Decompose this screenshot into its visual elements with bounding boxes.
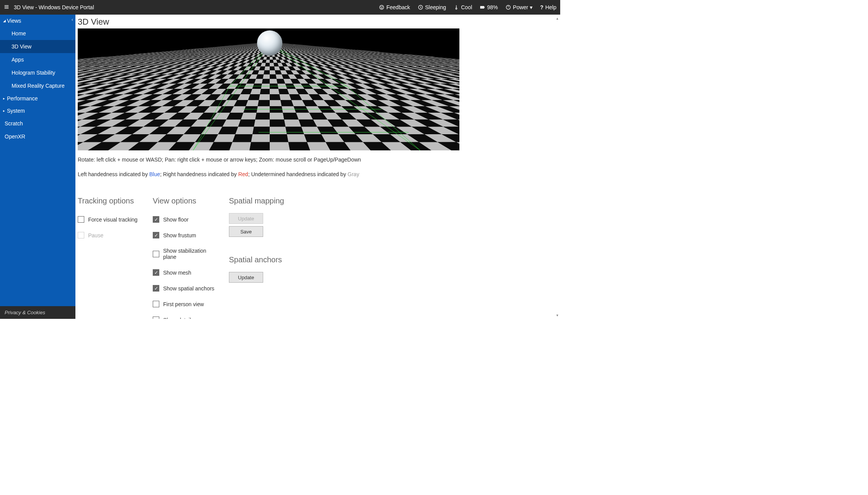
spatial-anchors-title: Spatial anchors bbox=[229, 255, 294, 264]
instructions-text: Rotate: left click + mouse or WASD; Pan:… bbox=[78, 157, 558, 163]
show-spatial-anchors-checkbox[interactable]: Show spatial anchors bbox=[153, 285, 217, 292]
handedness-legend: Left handedness indicated by Blue; Right… bbox=[78, 171, 558, 177]
privacy-cookies-link[interactable]: Privacy & Cookies bbox=[0, 306, 75, 319]
first-person-view-checkbox[interactable]: First person view bbox=[153, 301, 217, 307]
show-mesh-checkbox[interactable]: Show mesh bbox=[153, 269, 217, 276]
nav-item-hologram-stability[interactable]: Hologram Stability bbox=[0, 66, 75, 79]
feedback-button[interactable]: Feedback bbox=[379, 4, 410, 10]
view-options-title: View options bbox=[153, 197, 217, 205]
svg-rect-7 bbox=[481, 7, 484, 8]
spatial-mapping-save-button[interactable]: Save bbox=[229, 226, 263, 237]
svg-point-4 bbox=[456, 8, 457, 10]
battery-status[interactable]: 98% bbox=[480, 4, 498, 10]
tracking-options-title: Tracking options bbox=[78, 197, 141, 205]
checkbox-checked-icon bbox=[153, 285, 159, 292]
sidebar-collapse-icon[interactable]: ‹ bbox=[72, 17, 73, 22]
thermometer-icon bbox=[454, 5, 459, 10]
history-icon bbox=[418, 5, 423, 10]
show-details-checkbox[interactable]: Show details bbox=[153, 317, 217, 319]
caret-right-icon: ▸ bbox=[3, 109, 6, 113]
spatial-anchors-update-button[interactable]: Update bbox=[229, 272, 263, 283]
nav-item-3d-view[interactable]: 3D View bbox=[0, 40, 75, 53]
nav-section-views[interactable]: ◢ Views bbox=[0, 15, 75, 27]
smiley-icon bbox=[379, 5, 384, 10]
svg-point-2 bbox=[382, 7, 383, 7]
temperature-status[interactable]: Cool bbox=[454, 4, 472, 10]
nav-item-openxr[interactable]: OpenXR bbox=[0, 130, 75, 143]
nav-section-performance[interactable]: ▸ Performance bbox=[0, 92, 75, 105]
gray-label: Gray bbox=[347, 171, 359, 177]
checkbox-icon bbox=[78, 216, 84, 223]
nav-item-home[interactable]: Home bbox=[0, 27, 75, 40]
sidebar: ‹ ◢ Views Home 3D View Apps Hologram Sta… bbox=[0, 15, 75, 319]
svg-point-1 bbox=[381, 7, 381, 7]
checkbox-checked-icon bbox=[153, 269, 159, 276]
nav-section-system[interactable]: ▸ System bbox=[0, 105, 75, 117]
spatial-mapping-title: Spatial mapping bbox=[229, 197, 294, 205]
checkbox-checked-icon bbox=[153, 216, 159, 223]
checkbox-icon bbox=[153, 317, 159, 319]
svg-point-0 bbox=[380, 5, 384, 10]
power-menu[interactable]: Power ▾ bbox=[506, 4, 532, 10]
checkbox-icon bbox=[78, 232, 84, 238]
nav-item-scratch[interactable]: Scratch bbox=[0, 117, 75, 130]
question-icon: ? bbox=[540, 4, 544, 10]
app-title: 3D View - Windows Device Portal bbox=[14, 4, 94, 10]
checkbox-icon bbox=[153, 251, 159, 257]
nav-item-apps[interactable]: Apps bbox=[0, 53, 75, 66]
spatial-mapping-update-button: Update bbox=[229, 213, 263, 224]
hamburger-icon[interactable] bbox=[4, 4, 9, 11]
pause-checkbox[interactable]: Pause bbox=[78, 232, 141, 238]
scrollbar[interactable]: ▴ ▾ bbox=[554, 15, 560, 319]
battery-icon bbox=[480, 5, 485, 10]
sleeping-status[interactable]: Sleeping bbox=[418, 4, 446, 10]
spatial-column: Spatial mapping Update Save Spatial anch… bbox=[229, 197, 294, 319]
page-title: 3D View bbox=[78, 17, 558, 27]
top-bar: 3D View - Windows Device Portal Feedback… bbox=[0, 0, 560, 15]
force-visual-tracking-checkbox[interactable]: Force visual tracking bbox=[78, 216, 141, 223]
scroll-up-icon: ▴ bbox=[556, 16, 558, 20]
caret-down-icon: ◢ bbox=[3, 19, 6, 23]
main-content: 3D View Rotate: left click + mouse or WA… bbox=[75, 15, 560, 319]
origin-sphere bbox=[257, 30, 282, 56]
blue-label: Blue bbox=[149, 171, 160, 177]
scroll-down-icon: ▾ bbox=[556, 313, 558, 317]
checkbox-icon bbox=[153, 301, 159, 307]
view-options-column: View options Show floor Show frustum Sho… bbox=[153, 197, 217, 319]
show-floor-checkbox[interactable]: Show floor bbox=[153, 216, 217, 223]
3d-viewport[interactable] bbox=[78, 28, 459, 150]
show-stabilization-checkbox[interactable]: Show stabilization plane bbox=[153, 248, 217, 260]
checkbox-checked-icon bbox=[153, 232, 159, 238]
power-icon bbox=[506, 5, 511, 10]
show-frustum-checkbox[interactable]: Show frustum bbox=[153, 232, 217, 238]
svg-rect-6 bbox=[484, 7, 484, 8]
nav-item-mixed-reality-capture[interactable]: Mixed Reality Capture bbox=[0, 79, 75, 92]
help-button[interactable]: ? Help bbox=[540, 4, 556, 10]
caret-right-icon: ▸ bbox=[3, 97, 6, 100]
tracking-options-column: Tracking options Force visual tracking P… bbox=[78, 197, 141, 319]
red-label: Red bbox=[238, 171, 248, 177]
